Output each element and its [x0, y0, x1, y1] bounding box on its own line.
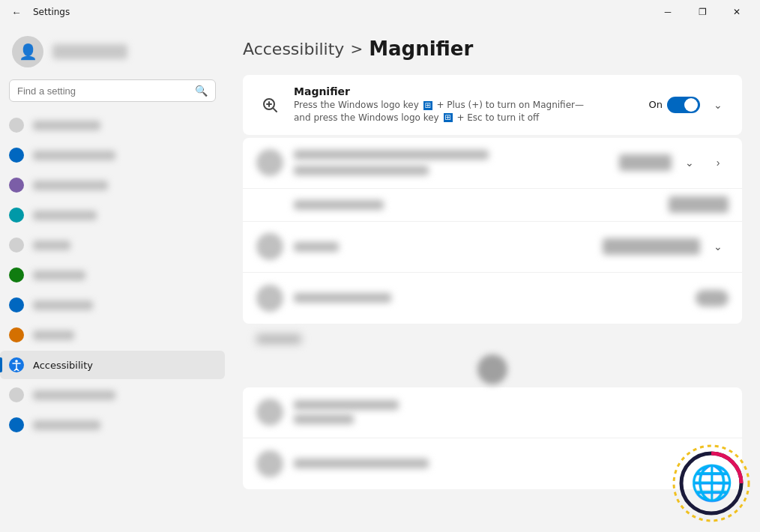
section-header	[243, 327, 742, 351]
sidebar-icon-below2	[9, 417, 24, 432]
sidebar-icon-6	[9, 267, 24, 282]
toggle-label: On	[649, 99, 663, 110]
sidebar-label-8	[33, 330, 74, 340]
sidebar-label-below1	[33, 390, 115, 400]
sidebar-icon-4	[9, 208, 24, 223]
settings-card-1: ⌄ › ⌄	[243, 138, 742, 324]
magnifier-expand-button[interactable]: ⌄	[708, 94, 729, 115]
sidebar-item-8[interactable]	[0, 321, 225, 349]
secrow2-label	[294, 459, 429, 468]
row1-control: ⌄ ›	[619, 152, 729, 173]
app-container: 👤 🔍	[0, 24, 760, 532]
magnifier-card: Magnifier Press the Windows logo key ⊞ +…	[243, 75, 742, 135]
maximize-button[interactable]: ❐	[685, 0, 720, 24]
row1b-badge	[669, 196, 729, 213]
row1b-label	[294, 200, 384, 210]
sidebar-item-7[interactable]	[0, 291, 225, 319]
main-content: Accessibility > Magnifier Magnifier	[225, 24, 760, 532]
section-header-label	[256, 334, 301, 344]
sidebar-icon-below1	[9, 387, 24, 402]
row2-badge	[603, 238, 700, 255]
sidebar-icon-accessibility	[9, 357, 24, 372]
user-name	[52, 44, 127, 59]
sidebar-label-6	[33, 270, 85, 280]
sidebar-label-2	[33, 151, 115, 160]
secrow1-desc	[294, 414, 354, 424]
sidebar-label-below2	[33, 420, 100, 430]
row1-icon	[256, 149, 283, 176]
sidebar-item-below2[interactable]	[0, 411, 225, 439]
row3-control	[696, 290, 729, 306]
magnifier-desc: Press the Windows logo key ⊞ + Plus (+) …	[294, 99, 649, 124]
secrow1-label	[294, 400, 399, 410]
magnifier-text: Magnifier Press the Windows logo key ⊞ +…	[294, 85, 649, 124]
secrow1-text	[294, 400, 729, 424]
row1-chevron-button[interactable]: ›	[708, 152, 729, 173]
back-button[interactable]: ←	[6, 1, 27, 22]
sidebar-item-5[interactable]	[0, 231, 225, 259]
sidebar-label-7	[33, 300, 93, 310]
avatar-icon: 👤	[19, 43, 37, 61]
row1-text	[294, 150, 619, 175]
sidebar-item-4[interactable]	[0, 201, 225, 229]
magnifier-icon	[256, 91, 283, 118]
secrow1-icon	[256, 399, 283, 426]
sidebar-item-1[interactable]	[0, 111, 225, 139]
sidebar-icon-3	[9, 178, 24, 193]
title-bar-left: ← Settings	[6, 1, 70, 22]
secrow2-icon	[256, 450, 283, 477]
section-row-2	[243, 438, 742, 489]
section-row-1	[243, 387, 742, 438]
user-section: 👤	[0, 30, 225, 79]
windows-logo-icon-2: ⊞	[444, 113, 453, 122]
section-icon-wrap	[243, 351, 742, 387]
sidebar-icon-7	[9, 297, 24, 312]
sidebar-item-3[interactable]	[0, 171, 225, 199]
svg-line-2	[274, 108, 277, 111]
magnifier-title: Magnifier	[294, 85, 649, 97]
sidebar: 👤 🔍	[0, 24, 225, 532]
row1-desc	[294, 166, 429, 175]
row3-text	[294, 293, 696, 303]
sidebar-label-accessibility: Accessibility	[33, 360, 93, 371]
magnifier-control: On ⌄	[649, 94, 729, 115]
sidebar-item-6[interactable]	[0, 261, 225, 289]
window-title: Settings	[33, 7, 70, 17]
settings-card-2	[243, 387, 742, 489]
toggle-wrap: On	[649, 97, 700, 113]
sidebar-item-below1[interactable]	[0, 381, 225, 409]
row2-text	[294, 242, 603, 252]
sidebar-icon-5	[9, 238, 24, 253]
row2-label	[294, 242, 339, 252]
sidebar-item-accessibility[interactable]: Accessibility	[0, 351, 225, 379]
row2-expand-button[interactable]: ⌄	[708, 236, 729, 257]
minimize-button[interactable]: ─	[651, 0, 685, 24]
page-title: Magnifier	[369, 37, 473, 60]
magnifier-main-row: Magnifier Press the Windows logo key ⊞ +…	[243, 75, 742, 135]
row1-expand-button[interactable]: ⌄	[679, 152, 700, 173]
settings-row-3	[243, 273, 742, 324]
search-box[interactable]: 🔍	[9, 79, 216, 102]
sidebar-nav: Accessibility	[0, 111, 225, 526]
sidebar-item-2[interactable]	[0, 141, 225, 169]
sidebar-label-5	[33, 241, 70, 250]
magnifier-toggle[interactable]	[667, 97, 700, 113]
settings-row-2: ⌄	[243, 222, 742, 273]
row3-icon	[256, 285, 283, 312]
breadcrumb: Accessibility	[243, 40, 344, 58]
sidebar-label-3	[33, 181, 108, 190]
title-bar: ← Settings ─ ❐ ✕	[0, 0, 760, 24]
search-icon: 🔍	[195, 85, 208, 97]
close-button[interactable]: ✕	[720, 0, 754, 24]
row1-badge	[619, 154, 672, 171]
row3-toggle[interactable]	[696, 290, 729, 306]
settings-row-1b	[243, 189, 742, 222]
row1-label	[294, 150, 489, 160]
separator: >	[350, 40, 363, 58]
windows-logo-icon: ⊞	[423, 101, 432, 110]
page-header: Accessibility > Magnifier	[243, 24, 742, 75]
row3-label	[294, 293, 391, 303]
avatar: 👤	[12, 36, 43, 67]
search-input[interactable]	[17, 85, 189, 97]
settings-row-1: ⌄ ›	[243, 138, 742, 189]
